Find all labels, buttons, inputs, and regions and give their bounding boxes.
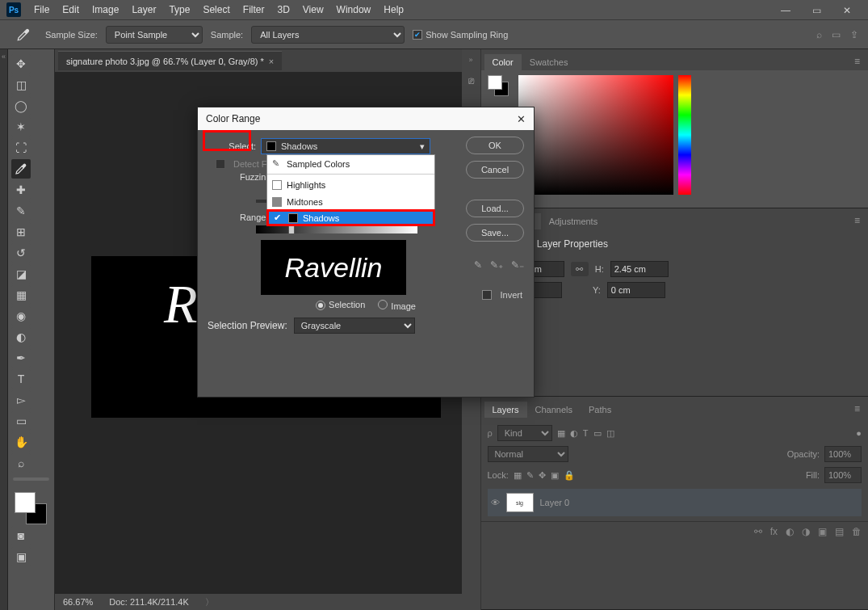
image-radio[interactable]: Image (378, 300, 416, 311)
tab-channels[interactable]: Channels (527, 402, 581, 418)
menu-image[interactable]: Image (92, 4, 119, 15)
dodge-tool-icon[interactable]: ◐ (11, 327, 31, 347)
path-select-tool-icon[interactable]: ▻ (11, 390, 31, 410)
dd-highlights[interactable]: Highlights (267, 176, 434, 193)
panel-menu-icon[interactable]: ≡ (849, 400, 865, 418)
menu-help[interactable]: Help (384, 4, 404, 15)
hand-tool-icon[interactable]: ✋ (11, 432, 31, 452)
dd-sampled-colors[interactable]: ✎Sampled Colors (267, 155, 434, 172)
marquee-tool-icon[interactable]: ◫ (11, 75, 31, 95)
save-button[interactable]: Save... (466, 224, 524, 242)
tab-paths[interactable]: Paths (581, 402, 619, 418)
tab-layers[interactable]: Layers (484, 402, 527, 418)
lasso-tool-icon[interactable]: ◯ (11, 96, 31, 116)
link-layers-icon[interactable]: ⚯ (754, 526, 762, 537)
link-wh-icon[interactable]: ⚯ (571, 262, 589, 276)
doc-size-readout[interactable]: Doc: 211.4K/211.4K (109, 597, 188, 607)
lock-brush-icon[interactable]: ✎ (526, 470, 534, 481)
lock-position-icon[interactable]: ✥ (539, 470, 546, 481)
layer-kind-filter[interactable]: Kind (497, 425, 552, 441)
crop-tool-icon[interactable]: ⛶ (11, 138, 31, 158)
lock-artboard-icon[interactable]: ▣ (551, 470, 559, 481)
dialog-close-icon[interactable]: ✕ (517, 113, 526, 125)
menu-file[interactable]: File (34, 4, 49, 15)
blend-mode-select[interactable]: Normal (488, 446, 568, 462)
visibility-icon[interactable]: 👁 (491, 498, 500, 507)
dd-shadows[interactable]: ✔Shadows (266, 209, 435, 226)
maximize-icon[interactable]: ▭ (805, 3, 828, 18)
dialog-titlebar[interactable]: Color Range ✕ (198, 107, 534, 130)
filter-shape-icon[interactable]: ▭ (593, 428, 602, 439)
zoom-readout[interactable]: 66.67% (63, 597, 93, 607)
menu-layer[interactable]: Layer (132, 4, 156, 15)
type-tool-icon[interactable]: T (11, 369, 31, 389)
filter-toggle-icon[interactable]: ● (856, 428, 862, 438)
healing-brush-tool-icon[interactable]: ✚ (11, 180, 31, 200)
tab-close-icon[interactable]: × (269, 57, 274, 66)
dd-midtones[interactable]: Midtones (267, 193, 434, 210)
panel-menu-icon[interactable]: ≡ (849, 212, 865, 229)
layer-row[interactable]: 👁 sig Layer 0 (488, 489, 862, 516)
eyedropper-add-icon[interactable]: ✎₊ (490, 259, 503, 271)
fill-input[interactable] (824, 467, 862, 483)
menu-3d[interactable]: 3D (277, 4, 289, 15)
zoom-tool-icon[interactable]: ⌕ (11, 453, 31, 473)
lock-pixels-icon[interactable]: ▦ (514, 470, 522, 481)
y-input[interactable] (607, 282, 665, 298)
brush-tool-icon[interactable]: ✎ (11, 201, 31, 221)
filter-type-icon[interactable]: T (583, 428, 589, 438)
filter-image-icon[interactable]: ▦ (557, 428, 565, 439)
shape-tool-icon[interactable]: ▭ (11, 411, 31, 431)
clone-stamp-tool-icon[interactable]: ⊞ (11, 222, 31, 242)
height-input[interactable] (610, 261, 669, 277)
document-tab[interactable]: signature photo 3.jpg @ 66.7% (Layer 0, … (58, 51, 282, 70)
gradient-tool-icon[interactable]: ▦ (11, 285, 31, 305)
eyedropper-sub-icon[interactable]: ✎₋ (511, 259, 524, 271)
close-icon[interactable]: ✕ (836, 3, 858, 18)
hue-slider[interactable] (678, 75, 691, 195)
tab-adjustments[interactable]: Adjustments (541, 213, 606, 229)
eraser-tool-icon[interactable]: ◪ (11, 264, 31, 284)
filter-smart-icon[interactable]: ◫ (606, 428, 614, 439)
invert-checkbox[interactable] (482, 290, 492, 300)
filter-adjust-icon[interactable]: ◐ (570, 428, 578, 439)
select-dropdown[interactable]: Shadows▾ (261, 138, 430, 154)
tab-color[interactable]: Color (484, 54, 522, 70)
foreground-background-color[interactable] (15, 492, 51, 524)
color-fgbg[interactable] (488, 75, 512, 99)
layer-mask-icon[interactable]: ◐ (786, 526, 794, 537)
layer-name[interactable]: Layer 0 (540, 498, 570, 507)
delete-layer-icon[interactable]: 🗑 (852, 526, 862, 537)
new-group-icon[interactable]: ▣ (818, 526, 827, 537)
opacity-input[interactable] (824, 446, 862, 462)
lock-all-icon[interactable]: 🔒 (564, 470, 575, 481)
load-button[interactable]: Load... (466, 200, 524, 217)
layer-thumbnail[interactable]: sig (506, 493, 534, 512)
menu-view[interactable]: View (303, 4, 324, 15)
panel-menu-icon[interactable]: ≡ (849, 53, 865, 70)
saturation-box[interactable] (518, 75, 673, 195)
foreground-swatch[interactable] (15, 492, 36, 513)
menu-window[interactable]: Window (337, 4, 371, 15)
tab-swatches[interactable]: Swatches (522, 54, 577, 70)
range-slider[interactable] (256, 225, 417, 233)
sample-size-select[interactable]: Point Sample (106, 26, 203, 44)
new-layer-icon[interactable]: ▤ (835, 526, 844, 537)
screen-mode-icon[interactable]: ▣ (11, 547, 31, 566)
eyedropper-tool-active-icon[interactable] (11, 159, 31, 179)
history-brush-tool-icon[interactable]: ↺ (11, 243, 31, 263)
selection-radio[interactable]: Selection (316, 300, 365, 311)
selection-preview-select[interactable]: Grayscale (294, 318, 415, 334)
quick-select-tool-icon[interactable]: ✶ (11, 117, 31, 137)
blur-tool-icon[interactable]: ◉ (11, 306, 31, 326)
eyedropper-tool-icon[interactable] (10, 24, 37, 45)
quick-mask-icon[interactable]: ◙ (11, 526, 31, 545)
menu-select[interactable]: Select (203, 4, 229, 15)
menu-edit[interactable]: Edit (62, 4, 79, 15)
cancel-button[interactable]: Cancel (466, 161, 524, 179)
new-adjustment-icon[interactable]: ◑ (802, 526, 810, 537)
workspace-icon[interactable]: ▭ (832, 29, 841, 40)
pen-tool-icon[interactable]: ✒ (11, 348, 31, 368)
detect-faces-checkbox[interactable] (216, 159, 225, 169)
eyedropper-sample-icon[interactable]: ✎ (474, 259, 482, 271)
